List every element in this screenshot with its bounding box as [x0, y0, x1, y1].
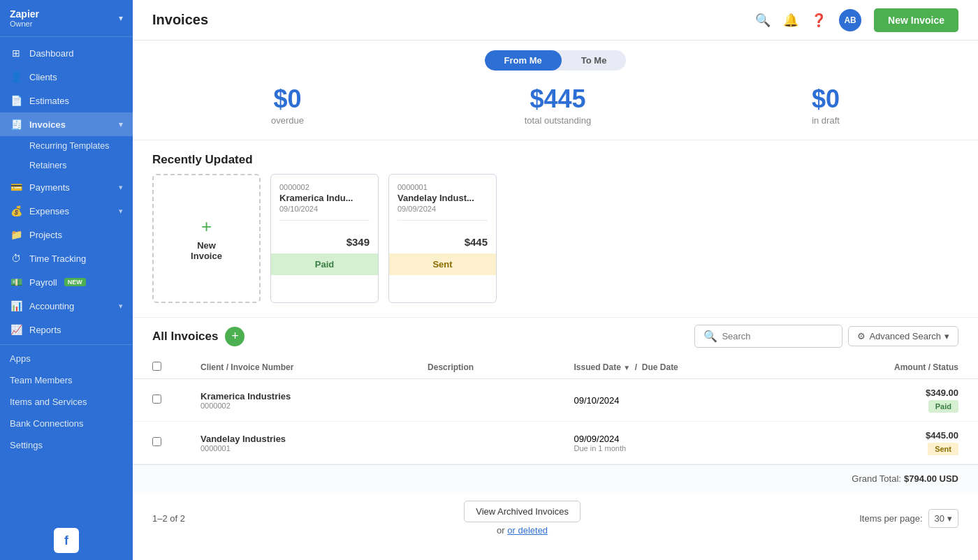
sidebar-item-settings[interactable]: Settings — [0, 434, 133, 456]
sidebar-item-retainers[interactable]: Retainers — [0, 156, 133, 175]
notifications-icon[interactable]: 🔔 — [783, 13, 798, 28]
sidebar-chevron-icon: ▾ — [119, 13, 123, 23]
per-page-select[interactable]: 30 ▾ — [928, 509, 958, 528]
sidebar-item-apps[interactable]: Apps — [0, 348, 133, 369]
freshbooks-logo: f — [54, 528, 79, 553]
sidebar-item-payments[interactable]: 💳 Payments ▾ — [0, 175, 133, 199]
topbar-actions: 🔍 🔔 ❓ AB New Invoice — [755, 8, 958, 32]
toggle-to-me[interactable]: To Me — [562, 50, 627, 71]
sidebar-item-expenses[interactable]: 💰 Expenses ▾ — [0, 199, 133, 223]
card-status-0000002: Paid — [271, 253, 378, 275]
row-checkbox[interactable] — [152, 437, 161, 446]
view-archived-button[interactable]: View Archived Invoices — [464, 501, 581, 522]
items-per-page-label: Items per page: — [859, 513, 922, 524]
avatar[interactable]: AB — [839, 9, 861, 31]
invoice-card-0000002[interactable]: 0000002 Kramerica Indu... 09/10/2024 $34… — [270, 174, 379, 303]
row-date-cell: 09/10/2024 — [555, 379, 801, 422]
sidebar-item-payroll[interactable]: 💵 Payroll NEW — [0, 270, 133, 294]
reports-icon: 📈 — [10, 324, 22, 335]
sidebar-item-dashboard[interactable]: ⊞ Dashboard — [0, 41, 133, 65]
card-inner-0000001: 0000001 Vandelay Indust... 09/09/2024 — [389, 175, 496, 236]
advanced-search-button[interactable]: ⚙ Advanced Search ▾ — [848, 326, 958, 346]
sidebar-item-estimates[interactable]: 📄 Estimates — [0, 89, 133, 112]
sidebar-label-payments: Payments — [29, 182, 70, 193]
sidebar-item-accounting[interactable]: 📊 Accounting ▾ — [0, 294, 133, 318]
row-due-date: Due in 1 month — [574, 444, 781, 452]
sidebar-item-time-tracking[interactable]: ⏱ Time Tracking — [0, 246, 133, 270]
pagination-row: 1–2 of 2 View Archived Invoices or or de… — [133, 492, 978, 544]
dashboard-icon: ⊞ — [10, 47, 22, 59]
search-icon-small: 🔍 — [703, 330, 717, 343]
card-number-0000001: 0000001 — [397, 183, 488, 191]
search-input[interactable] — [722, 331, 833, 341]
row-client-name: Kramerica Industries — [200, 391, 388, 401]
card-number-0000002: 0000002 — [279, 183, 370, 191]
card-client-0000001: Vandelay Indust... — [397, 193, 488, 203]
stat-outstanding-amount: $445 — [525, 84, 591, 114]
deleted-link[interactable]: or deleted — [507, 525, 548, 536]
sidebar-item-team-members[interactable]: Team Members — [0, 369, 133, 391]
stat-overdue-amount: $0 — [271, 84, 304, 114]
sidebar-label-reports: Reports — [29, 325, 61, 335]
new-invoice-button[interactable]: New Invoice — [874, 8, 958, 32]
estimates-icon: 📄 — [10, 95, 22, 106]
sidebar-item-items-services[interactable]: Items and Services — [0, 391, 133, 413]
table-row: Vandelay Industries 0000001 09/09/2024 D… — [133, 422, 978, 464]
stat-draft-label: in draft — [812, 115, 840, 126]
sidebar: Zapier Owner ▾ ⊞ Dashboard 👤 Clients 📄 E… — [0, 0, 133, 560]
invoices-icon: 🧾 — [10, 119, 22, 130]
toggle-row: From Me To Me — [133, 40, 978, 78]
card-client-0000002: Kramerica Indu... — [279, 193, 370, 203]
sidebar-label-time-tracking: Time Tracking — [29, 253, 86, 264]
sidebar-label-clients: Clients — [29, 72, 57, 82]
accounting-chevron-icon: ▾ — [119, 302, 123, 311]
sidebar-item-bank-connections[interactable]: Bank Connections — [0, 413, 133, 434]
stat-overdue: $0 overdue — [271, 84, 304, 126]
row-checkbox[interactable] — [152, 395, 161, 404]
new-card-plus-icon: + — [201, 216, 212, 237]
accounting-icon: 📊 — [10, 300, 22, 311]
stat-draft: $0 in draft — [812, 84, 840, 126]
invoice-card-0000001[interactable]: 0000001 Vandelay Indust... 09/09/2024 $4… — [388, 174, 497, 303]
sidebar-header[interactable]: Zapier Owner ▾ — [0, 0, 133, 37]
sidebar-item-reports[interactable]: 📈 Reports — [0, 318, 133, 341]
sidebar-item-clients[interactable]: 👤 Clients — [0, 65, 133, 89]
th-description: Description — [408, 356, 554, 379]
apps-label: Apps — [10, 353, 31, 364]
row-amount-cell: $349.00 Paid — [801, 379, 978, 422]
stat-overdue-label: overdue — [271, 115, 304, 126]
invoice-table: Client / Invoice Number Description Issu… — [133, 356, 978, 464]
stat-draft-amount: $0 — [812, 84, 840, 114]
payments-chevron-icon: ▾ — [119, 183, 123, 192]
add-invoice-button[interactable]: + — [225, 327, 245, 346]
new-invoice-card[interactable]: + NewInvoice — [152, 174, 261, 303]
per-page-value: 30 — [935, 513, 944, 524]
row-description-cell — [408, 422, 554, 464]
team-members-label: Team Members — [10, 375, 73, 385]
all-invoices-title-row: All Invoices + — [152, 327, 245, 346]
search-icon[interactable]: 🔍 — [755, 13, 771, 28]
sidebar-item-projects[interactable]: 📁 Projects — [0, 223, 133, 246]
retainers-label: Retainers — [29, 161, 67, 170]
card-amount-0000002: $349 — [271, 236, 378, 253]
expenses-icon: 💰 — [10, 205, 22, 216]
th-checkbox — [133, 356, 181, 379]
row-invoice-num: 0000002 — [200, 401, 388, 410]
sidebar-label-payroll: Payroll — [29, 277, 57, 288]
select-all-checkbox[interactable] — [152, 362, 161, 371]
sidebar-subbrand: Owner — [10, 20, 39, 28]
toggle-from-me[interactable]: From Me — [485, 50, 562, 71]
page-title: Invoices — [152, 12, 208, 28]
sidebar-item-invoices[interactable]: 🧾 Invoices ▾ — [0, 112, 133, 136]
th-issued-date[interactable]: Issued Date ▼ / Due Date — [555, 356, 801, 379]
bank-connections-label: Bank Connections — [10, 418, 84, 429]
card-date-0000002: 09/10/2024 — [279, 205, 370, 213]
sidebar-item-recurring-templates[interactable]: Recurring Templates — [0, 136, 133, 156]
row-invoice-num: 0000001 — [200, 444, 388, 452]
help-icon[interactable]: ❓ — [811, 13, 826, 28]
payroll-new-badge: NEW — [64, 278, 86, 286]
th-client: Client / Invoice Number — [181, 356, 408, 379]
main-content: Invoices 🔍 🔔 ❓ AB New Invoice From Me To… — [133, 0, 978, 560]
row-status-badge: Sent — [928, 443, 958, 455]
sidebar-label-expenses: Expenses — [29, 206, 69, 216]
